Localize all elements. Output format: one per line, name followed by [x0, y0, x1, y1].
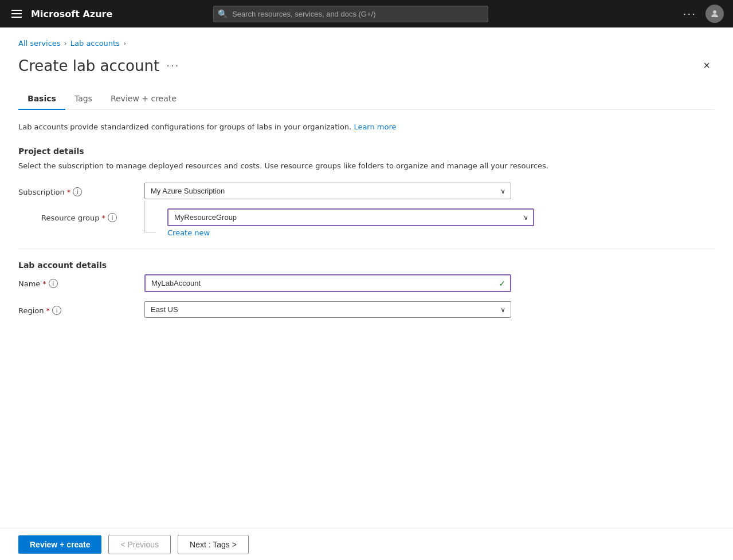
subscription-select-wrap: My Azure Subscription ∨	[144, 183, 511, 199]
topnav: Microsoft Azure 🔍 ···	[0, 0, 733, 27]
subscription-select[interactable]: My Azure Subscription	[144, 183, 511, 199]
page-title-more[interactable]: ···	[166, 60, 179, 72]
subscription-info-icon[interactable]: i	[73, 187, 82, 196]
region-select[interactable]: East US	[144, 301, 511, 318]
name-required: *	[42, 279, 46, 288]
resource-group-select[interactable]: MyResourceGroup	[167, 208, 534, 226]
region-input-wrap: East US ∨	[144, 301, 511, 318]
region-field: Region * i East US ∨	[18, 301, 715, 318]
breadcrumb-all-services[interactable]: All services	[18, 39, 61, 48]
sub-rg-group: Subscription * i My Azure Subscription ∨…	[18, 183, 715, 237]
subscription-label: Subscription	[18, 188, 65, 196]
tab-review-create[interactable]: Review + create	[101, 88, 186, 110]
breadcrumb: All services › Lab accounts ›	[18, 39, 715, 48]
resource-group-field: Resource group * i MyResourceGroup ∨ Cre…	[18, 208, 715, 237]
search-container: 🔍	[213, 6, 488, 22]
lab-account-details-title: Lab account details	[18, 261, 715, 270]
tab-basics[interactable]: Basics	[18, 88, 65, 110]
subscription-required: *	[67, 188, 71, 196]
name-input-container: ✓	[144, 274, 511, 292]
description-text: Lab accounts provide standardized config…	[18, 121, 715, 133]
tabs: Basics Tags Review + create	[18, 88, 715, 110]
region-label-wrap: Region * i	[18, 301, 144, 315]
user-avatar[interactable]	[705, 5, 724, 23]
subscription-input-wrap: My Azure Subscription ∨	[144, 183, 511, 199]
name-field: Name * i ✓	[18, 274, 715, 292]
resource-group-select-wrap: MyResourceGroup ∨	[167, 208, 534, 226]
resource-group-required: *	[102, 214, 106, 222]
page-title: Create lab account	[18, 57, 159, 74]
project-details-title: Project details	[18, 147, 715, 156]
name-input-wrap: ✓	[144, 274, 511, 292]
page-title-row: Create lab account ··· ×	[18, 57, 715, 74]
name-info-icon[interactable]: i	[49, 279, 58, 288]
subscription-field: Subscription * i My Azure Subscription ∨	[18, 183, 715, 199]
region-label: Region	[18, 306, 44, 315]
resource-group-info-icon[interactable]: i	[108, 213, 117, 222]
project-details-desc: Select the subscription to manage deploy…	[18, 160, 715, 172]
svg-point-0	[713, 10, 716, 14]
main-content: All services › Lab accounts › Create lab…	[0, 27, 733, 528]
resource-group-label: Resource group	[41, 214, 100, 222]
tab-tags[interactable]: Tags	[65, 88, 101, 110]
create-new-link[interactable]: Create new	[167, 228, 210, 237]
breadcrumb-sep-1: ›	[64, 39, 67, 48]
region-required: *	[46, 306, 50, 315]
name-valid-icon: ✓	[499, 279, 505, 288]
name-label-wrap: Name * i	[18, 274, 144, 288]
search-input[interactable]	[213, 6, 488, 22]
brand-name: Microsoft Azure	[31, 9, 112, 19]
name-label: Name	[18, 279, 40, 288]
region-select-wrap: East US ∨	[144, 301, 511, 318]
section-divider	[18, 249, 715, 249]
topnav-right: ···	[683, 5, 724, 23]
close-button[interactable]: ×	[699, 57, 715, 74]
learn-more-link[interactable]: Learn more	[354, 123, 396, 131]
breadcrumb-lab-accounts[interactable]: Lab accounts	[70, 39, 120, 48]
resource-group-input-wrap: MyResourceGroup ∨ Create new	[167, 208, 534, 237]
hamburger-menu[interactable]	[9, 7, 24, 20]
breadcrumb-sep-2: ›	[123, 39, 126, 48]
subscription-label-wrap: Subscription * i	[18, 183, 144, 196]
resource-group-label-wrap: Resource group * i	[41, 208, 167, 222]
name-input[interactable]	[144, 274, 511, 292]
region-info-icon[interactable]: i	[52, 306, 61, 315]
topnav-more-button[interactable]: ···	[683, 8, 696, 20]
search-icon: 🔍	[218, 9, 228, 18]
